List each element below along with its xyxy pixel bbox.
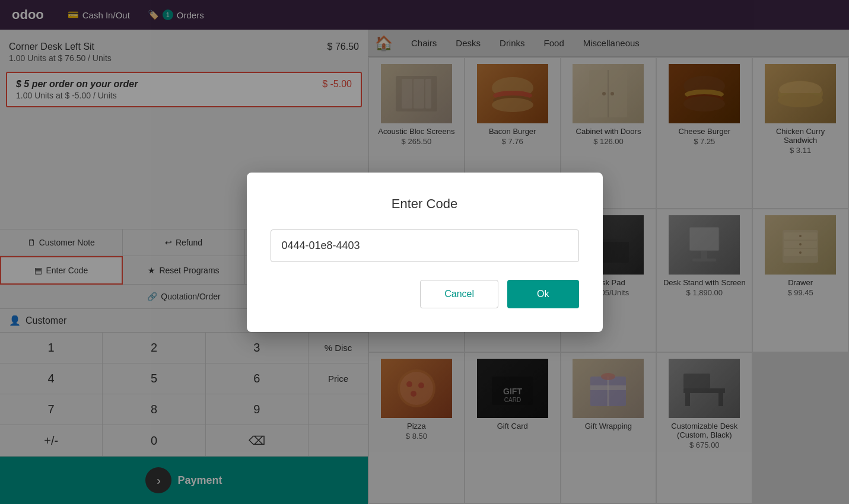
modal-overlay[interactable]: Enter Code Cancel Ok — [0, 0, 849, 504]
enter-code-modal: Enter Code Cancel Ok — [247, 173, 603, 332]
modal-title: Enter Code — [271, 196, 579, 212]
modal-cancel-button[interactable]: Cancel — [420, 280, 498, 308]
modal-ok-button[interactable]: Ok — [507, 280, 578, 308]
modal-buttons: Cancel Ok — [271, 280, 579, 308]
code-input[interactable] — [271, 229, 579, 262]
